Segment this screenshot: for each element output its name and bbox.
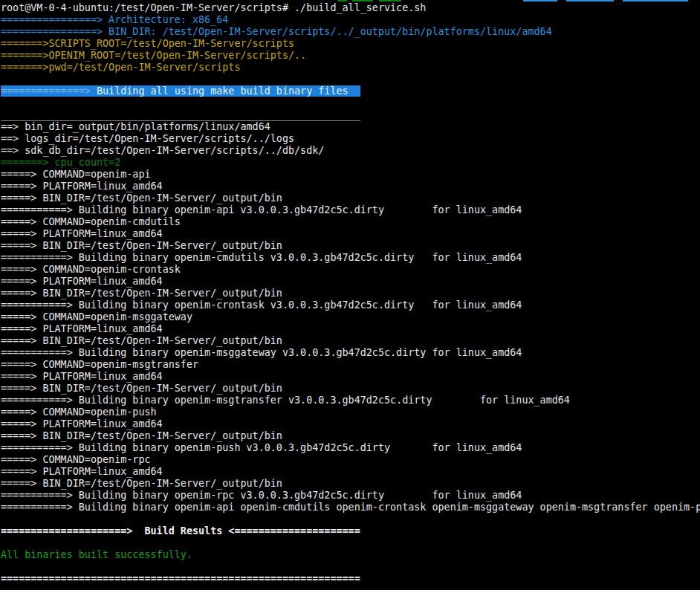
terminal-output: root@VM-0-4-ubuntu:/test/Open-IM-Server/… xyxy=(1,2,700,585)
terminal-line: =====> COMMAND=openim-crontask xyxy=(1,264,700,276)
terminal-window[interactable]: root@VM-0-4-ubuntu:/test/Open-IM-Server/… xyxy=(0,0,700,590)
terminal-line: root@VM-0-4-ubuntu:/test/Open-IM-Server/… xyxy=(1,2,700,14)
terminal-line: =====> BIN_DIR=/test/Open-IM-Server/_out… xyxy=(1,192,700,204)
clipped-text-fragment xyxy=(623,0,688,1)
terminal-line: =====> COMMAND=openim-cmdutils xyxy=(1,216,700,228)
terminal-line: =====> COMMAND=openim-msgtransfer xyxy=(1,359,700,371)
terminal-line: =====> PLATFORM=linux_amd64 xyxy=(1,276,700,288)
terminal-line: ==============> Building all using make … xyxy=(1,85,700,97)
terminal-line: ===========> Building binary openim-msgg… xyxy=(1,347,700,359)
terminal-line: ===========> Building binary openim-rpc … xyxy=(1,490,700,502)
terminal-line xyxy=(1,513,700,525)
terminal-line: =====> PLATFORM=linux_amd64 xyxy=(1,466,700,478)
terminal-line: =====> COMMAND=openim-push xyxy=(1,406,700,418)
terminal-line: ===========> Building binary openim-msgt… xyxy=(1,395,700,406)
clipped-text-fragment xyxy=(523,0,557,1)
terminal-line: ===========> Building binary openim-api … xyxy=(1,204,700,216)
terminal-line: =====> COMMAND=openim-api xyxy=(1,169,700,181)
terminal-line xyxy=(1,537,700,549)
terminal-line: ================> BIN_DIR: /test/Open-IM… xyxy=(1,26,700,38)
terminal-line: =====> COMMAND=openim-msggateway xyxy=(1,311,700,323)
terminal-line: ========================================… xyxy=(1,573,700,585)
terminal-line: ===========> Building binary openim-cron… xyxy=(1,299,700,311)
clipped-text-fragment xyxy=(338,0,347,1)
terminal-line xyxy=(1,97,700,109)
highlight-message: Building all using make build binary fil… xyxy=(91,85,360,97)
terminal-line: ================> Architecture: x86_64 xyxy=(1,14,700,26)
terminal-line: ===========> Building binary openim-api … xyxy=(1,502,700,513)
clipped-text-fragment xyxy=(379,0,401,1)
terminal-line: =====> COMMAND=openim-rpc xyxy=(1,454,700,466)
terminal-line: =====================> Build Results <==… xyxy=(1,525,700,537)
terminal-line: ________________________________________… xyxy=(1,109,700,121)
terminal-line xyxy=(1,561,700,573)
terminal-line: ==> sdk_db_dir=/test/Open-IM-Server/scri… xyxy=(1,145,700,157)
terminal-line: =====> PLATFORM=linux_amd64 xyxy=(1,323,700,335)
terminal-line: =====> BIN_DIR=/test/Open-IM-Server/_out… xyxy=(1,240,700,252)
terminal-line: =====> BIN_DIR=/test/Open-IM-Server/_out… xyxy=(1,383,700,395)
terminal-line: =======> cpu_count=2 xyxy=(1,157,700,169)
terminal-line: =======>pwd=/test/Open-IM-Server/scripts xyxy=(1,62,700,74)
terminal-line: ===========> Building binary openim-cmdu… xyxy=(1,252,700,264)
terminal-line: All binaries built successfully. xyxy=(1,549,700,561)
terminal-line: =====> BIN_DIR=/test/Open-IM-Server/_out… xyxy=(1,478,700,490)
terminal-line: =====> BIN_DIR=/test/Open-IM-Server/_out… xyxy=(1,430,700,442)
terminal-line: =====> BIN_DIR=/test/Open-IM-Server/_out… xyxy=(1,335,700,347)
terminal-line: ==> logs_dir=/test/Open-IM-Server/script… xyxy=(1,133,700,145)
terminal-line: =======>OPENIM_ROOT=/test/Open-IM-Server… xyxy=(1,50,700,62)
highlight-arrow: ==============> xyxy=(1,85,91,97)
terminal-line: =====> PLATFORM=linux_amd64 xyxy=(1,181,700,192)
terminal-line: =====> PLATFORM=linux_amd64 xyxy=(1,371,700,383)
terminal-line: =======>SCRIPTS_ROOT=/test/Open-IM-Serve… xyxy=(1,38,700,50)
terminal-line: ===========> Building binary openim-push… xyxy=(1,442,700,454)
terminal-line: ==> bin_dir=_output/bin/platforms/linux/… xyxy=(1,121,700,133)
terminal-line: =====> PLATFORM=linux_amd64 xyxy=(1,228,700,240)
clipped-text-fragment xyxy=(352,0,373,1)
terminal-line: =====> PLATFORM=linux_amd64 xyxy=(1,418,700,430)
terminal-line: =====> BIN_DIR=/test/Open-IM-Server/_out… xyxy=(1,288,700,299)
terminal-line xyxy=(1,74,700,85)
clipped-text-fragment xyxy=(566,0,614,1)
